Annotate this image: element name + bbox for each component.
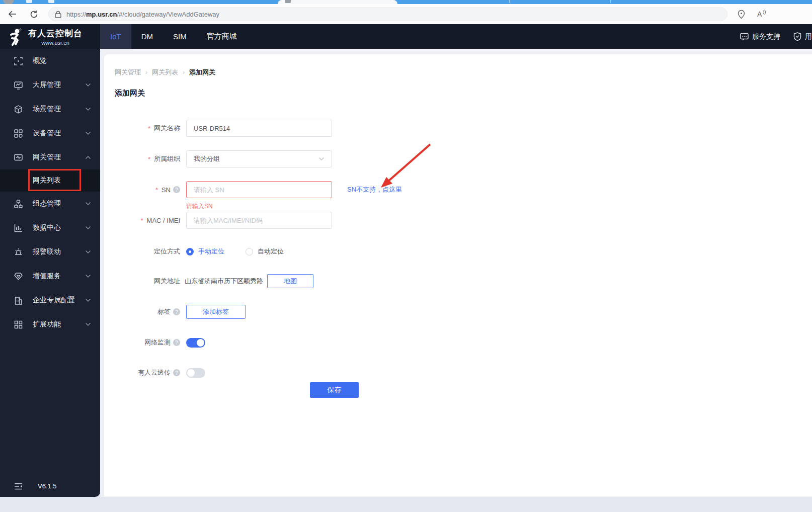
logo-title: 有人云控制台 [28, 28, 83, 39]
gem-icon [14, 272, 23, 281]
map-button[interactable]: 地图 [267, 274, 313, 288]
save-button[interactable]: 保存 [310, 382, 359, 398]
toggle-knob [197, 339, 204, 347]
network-monitor-label: 网络监测? [115, 338, 180, 347]
sn-label: *SN? [115, 186, 180, 194]
sn-not-supported-link[interactable]: SN不支持，点这里 [347, 185, 402, 194]
sidebar-item-label: 扩展功能 [33, 320, 85, 329]
sidebar-item-value-added[interactable]: 增值服务 [0, 264, 100, 288]
browser-toolbar: https://mp.usr.cn/#/cloud/gateway/ViewAd… [0, 4, 812, 24]
chevron-up-icon [85, 155, 91, 159]
top-nav: IoT DM SIM 官方商城 [100, 24, 247, 49]
sidebar-subitem-gateway-list[interactable]: 网关列表 [0, 169, 100, 192]
collapse-sidebar-icon[interactable] [14, 483, 23, 490]
gateway-address-value: 山东省济南市历下区颖秀路 [185, 277, 263, 286]
radio-unselected-icon [246, 248, 253, 255]
sidebar-item-label: 报警联动 [33, 247, 85, 257]
nav-tab-dm[interactable]: DM [131, 24, 163, 49]
radio-selected-icon [186, 248, 194, 255]
add-gateway-form: *网关名称 *所属组织 我的分组 *SN? [115, 120, 668, 394]
sidebar-item-datacenter[interactable]: 数据中心 [0, 216, 100, 240]
breadcrumb-separator: › [145, 69, 147, 76]
chevron-down-icon [85, 202, 91, 206]
sidebar-item-scene[interactable]: 场景管理 [0, 97, 100, 121]
sn-help-icon[interactable]: ? [173, 186, 180, 193]
chevron-down-icon [85, 274, 91, 278]
browser-tab-strip [0, 0, 812, 4]
browser-active-tab[interactable] [278, 0, 397, 4]
radio-manual-location[interactable]: 手动定位 [186, 247, 224, 256]
sidebar-item-extensions[interactable]: 扩展功能 [0, 312, 100, 336]
browser-tab-icon [285, 0, 291, 3]
sidebar-item-gateway[interactable]: 网关管理 [0, 145, 100, 169]
network-monitor-help-icon[interactable]: ? [173, 339, 180, 346]
tab-separator [610, 0, 611, 3]
chevron-down-icon [85, 131, 91, 135]
breadcrumb-item[interactable]: 网关管理 [115, 68, 141, 77]
breadcrumb-item[interactable]: 网关列表 [152, 68, 178, 77]
screen-chart-icon [14, 81, 23, 90]
mac-imei-input[interactable] [186, 212, 332, 229]
chevron-down-icon [85, 298, 91, 302]
sidebar-item-label: 组态管理 [33, 199, 85, 208]
gateway-monitor-icon [14, 153, 23, 162]
sn-input[interactable] [186, 181, 332, 198]
sidebar-subitem-label: 网关列表 [33, 176, 61, 185]
nav-tab-sim[interactable]: SIM [163, 24, 197, 49]
network-monitor-toggle[interactable] [186, 338, 205, 348]
organization-select[interactable]: 我的分组 [186, 150, 332, 167]
app-header: 有人云控制台 www.usr.cn IoT DM SIM 官方商城 服务支持 用 [0, 24, 812, 49]
chat-icon [740, 33, 749, 41]
version-label: V6.1.5 [38, 482, 57, 490]
organization-selected-value: 我的分组 [194, 154, 220, 163]
chevron-down-icon [318, 157, 324, 161]
breadcrumb: 网关管理 › 网关列表 › 添加网关 [115, 68, 215, 77]
sidebar-item-label: 网关管理 [33, 153, 85, 162]
refresh-button[interactable] [25, 6, 42, 23]
location-mode-label: 定位方式 [115, 247, 180, 256]
chevron-down-icon [85, 83, 91, 87]
cloud-passthrough-toggle[interactable] [186, 368, 205, 378]
topology-icon [14, 200, 23, 208]
refresh-icon [30, 10, 38, 19]
screen: https://mp.usr.cn/#/cloud/gateway/ViewAd… [0, 0, 812, 512]
sn-error-message: 请输入SN [186, 202, 213, 211]
logo[interactable]: 有人云控制台 www.usr.cn [0, 24, 100, 49]
sidebar-item-overview[interactable]: 概览 [0, 49, 100, 73]
nav-tab-iot[interactable]: IoT [100, 24, 131, 49]
cloud-passthrough-help-icon[interactable]: ? [173, 369, 180, 376]
tags-help-icon[interactable]: ? [173, 308, 180, 315]
location-permission-icon[interactable] [737, 10, 746, 19]
svg-text:A: A [757, 10, 762, 18]
back-arrow-icon [8, 10, 17, 19]
viewfinder-icon [14, 57, 23, 65]
chevron-down-icon [85, 322, 91, 326]
sidebar-item-bigscreen[interactable]: 大屏管理 [0, 73, 100, 97]
sidebar: 概览 大屏管理 场景管理 设备管理 网关管理 网关列表 组态管理 [0, 49, 100, 497]
tab-separator [509, 0, 510, 3]
devices-grid-icon [14, 129, 23, 138]
sidebar-item-alarm[interactable]: 报警联动 [0, 240, 100, 264]
user-center[interactable]: 用 [793, 32, 812, 41]
logo-subtitle: www.usr.cn [28, 40, 83, 46]
browser-tab-icon [26, 0, 32, 3]
radio-auto-location[interactable]: 自动定位 [246, 247, 284, 256]
back-button[interactable] [4, 6, 21, 23]
tags-label: 标签? [115, 307, 180, 316]
breadcrumb-current: 添加网关 [189, 68, 215, 77]
service-support[interactable]: 服务支持 [740, 32, 780, 41]
radio-label: 手动定位 [198, 247, 224, 256]
nav-tab-mall[interactable]: 官方商城 [197, 24, 247, 49]
gateway-name-input[interactable] [186, 120, 332, 137]
sidebar-item-enterprise-config[interactable]: 企业专属配置 [0, 288, 100, 312]
sidebar-item-device[interactable]: 设备管理 [0, 121, 100, 145]
sidebar-item-configuration[interactable]: 组态管理 [0, 192, 100, 216]
add-tag-button[interactable]: 添加标签 [186, 305, 246, 319]
page-title: 添加网关 [115, 89, 145, 98]
cube-icon [14, 105, 23, 114]
gateway-address-label: 网关地址 [115, 277, 180, 286]
read-aloud-icon[interactable]: A [757, 10, 768, 19]
user-center-label: 用 [805, 32, 812, 41]
shield-icon [793, 32, 801, 41]
address-bar[interactable]: https://mp.usr.cn/#/cloud/gateway/ViewAd… [48, 7, 727, 21]
